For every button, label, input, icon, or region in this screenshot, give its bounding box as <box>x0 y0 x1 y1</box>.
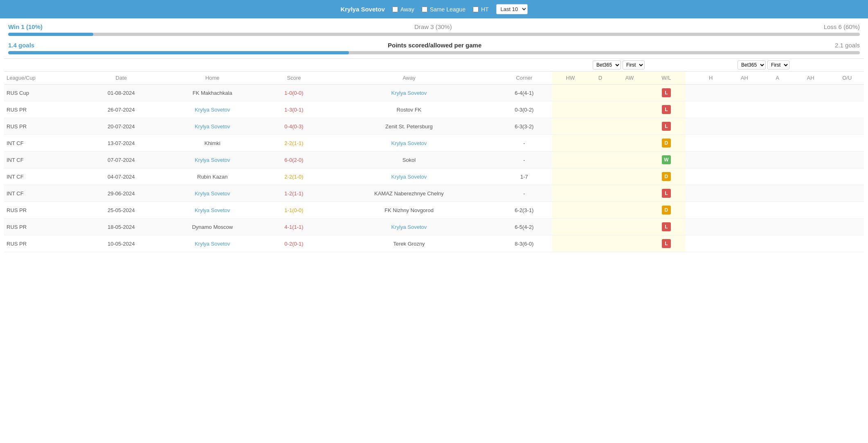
bet1-provider-select[interactable]: Bet365 <box>593 60 621 69</box>
same-league-filter[interactable]: Same League <box>422 6 465 13</box>
col-d: D <box>589 72 612 85</box>
cell-a <box>764 118 791 135</box>
away-team: Sokol <box>403 157 416 163</box>
cell-corner: - <box>496 135 552 152</box>
cell-away: KAMAZ Naberezhnye Chelny <box>322 185 496 202</box>
cell-date: 29-06-2024 <box>83 185 159 202</box>
last-games-select[interactable]: Last 10 Last 5 Last 20 All <box>496 4 528 14</box>
cell-ah2 <box>791 135 830 152</box>
cell-divider <box>686 85 697 101</box>
cell-h <box>697 101 725 118</box>
cell-league: RUS PR <box>4 118 83 135</box>
cell-h <box>697 85 725 101</box>
away-filter[interactable]: Away <box>392 6 414 13</box>
bet2-time-select[interactable]: First Last <box>767 60 789 69</box>
ht-checkbox[interactable] <box>473 7 479 12</box>
cell-ou <box>830 152 864 168</box>
col-aw: AW <box>612 72 647 85</box>
same-league-checkbox[interactable] <box>422 7 427 12</box>
cell-a <box>764 185 791 202</box>
away-team-link[interactable]: Krylya Sovetov <box>391 90 427 96</box>
table-row: INT CF 04-07-2024 Rubin Kazan 2-2(1-0) K… <box>4 168 864 185</box>
cell-league: INT CF <box>4 168 83 185</box>
cell-ah1 <box>725 219 764 235</box>
cell-ou <box>830 185 864 202</box>
win-progress-bar-container <box>8 33 860 36</box>
home-team-link[interactable]: Krylya Sovetov <box>195 190 230 197</box>
away-team-link[interactable]: Krylya Sovetov <box>391 140 427 146</box>
away-team: KAMAZ Naberezhnye Chelny <box>374 190 444 197</box>
cell-a <box>764 202 791 219</box>
cell-score: 1-0(0-0) <box>266 85 322 101</box>
cell-wl: D <box>647 135 685 152</box>
cell-away: Krylya Sovetov <box>322 219 496 235</box>
home-team-link[interactable]: Krylya Sovetov <box>195 123 230 130</box>
cell-home: Krylya Sovetov <box>159 101 266 118</box>
matches-table-section: Bet365 First Last Bet365 <box>0 58 868 252</box>
away-team-link[interactable]: Krylya Sovetov <box>391 224 427 230</box>
bet2-provider-select[interactable]: Bet365 <box>738 60 766 69</box>
cell-hw <box>552 168 589 185</box>
cell-divider <box>686 235 697 252</box>
cell-d <box>589 185 612 202</box>
cell-ah1 <box>725 152 764 168</box>
cell-aw <box>612 135 647 152</box>
cell-date: 20-07-2024 <box>83 118 159 135</box>
cell-h <box>697 118 725 135</box>
cell-aw <box>612 85 647 101</box>
cell-d <box>589 202 612 219</box>
cell-ah1 <box>725 202 764 219</box>
draw-stat: Draw 3 (30%) <box>414 23 452 30</box>
wl-badge: W <box>662 155 671 164</box>
wl-badge: L <box>662 239 671 248</box>
cell-score: 1-2(1-1) <box>266 185 322 202</box>
home-team-link[interactable]: Krylya Sovetov <box>195 241 230 247</box>
wl-badge: L <box>662 105 671 114</box>
cell-corner: - <box>496 152 552 168</box>
away-checkbox[interactable] <box>392 7 398 12</box>
cell-ah1 <box>725 101 764 118</box>
cell-wl: L <box>647 101 685 118</box>
cell-hw <box>552 219 589 235</box>
cell-corner: 6-2(3-1) <box>496 202 552 219</box>
cell-score: 4-1(1-1) <box>266 219 322 235</box>
cell-score: 2-2(1-0) <box>266 168 322 185</box>
matches-table: Bet365 First Last Bet365 <box>4 58 864 252</box>
cell-away: FK Nizhny Novgorod <box>322 202 496 219</box>
bet1-cell[interactable]: Bet365 First Last <box>552 59 686 72</box>
cell-hw <box>552 118 589 135</box>
home-team-link[interactable]: Krylya Sovetov <box>195 107 230 113</box>
bet2-cell[interactable]: Bet365 First Last <box>697 59 830 72</box>
cell-home: Krylya Sovetov <box>159 118 266 135</box>
wl-badge: L <box>662 222 671 231</box>
cell-divider <box>686 185 697 202</box>
cell-ou <box>830 85 864 101</box>
away-team: Rostov FK <box>397 107 422 113</box>
cell-a <box>764 235 791 252</box>
cell-ah2 <box>791 152 830 168</box>
home-team-link[interactable]: Krylya Sovetov <box>195 207 230 213</box>
cell-ah1 <box>725 118 764 135</box>
bet1-time-select[interactable]: First Last <box>623 60 645 69</box>
cell-ou <box>830 118 864 135</box>
cell-a <box>764 152 791 168</box>
table-row: RUS PR 20-07-2024 Krylya Sovetov 0-4(0-3… <box>4 118 864 135</box>
cell-away: Krylya Sovetov <box>322 168 496 185</box>
cell-divider <box>686 118 697 135</box>
cell-hw <box>552 85 589 101</box>
goals-section: 1.4 goals Points scored/allowed per game… <box>0 36 868 49</box>
cell-date: 18-05-2024 <box>83 219 159 235</box>
away-team-link[interactable]: Krylya Sovetov <box>391 174 427 180</box>
home-team-link[interactable]: Krylya Sovetov <box>195 157 230 163</box>
cell-ah1 <box>725 235 764 252</box>
cell-h <box>697 219 725 235</box>
cell-ou <box>830 235 864 252</box>
cell-d <box>589 85 612 101</box>
cell-corner: 0-3(0-2) <box>496 101 552 118</box>
ht-filter[interactable]: HT <box>473 6 489 13</box>
cell-home: Dynamo Moscow <box>159 219 266 235</box>
win-stat: Win 1 (10%) <box>8 23 43 30</box>
cell-score: 0-2(0-1) <box>266 235 322 252</box>
scored-goals: 1.4 goals <box>8 42 34 49</box>
cell-aw <box>612 202 647 219</box>
